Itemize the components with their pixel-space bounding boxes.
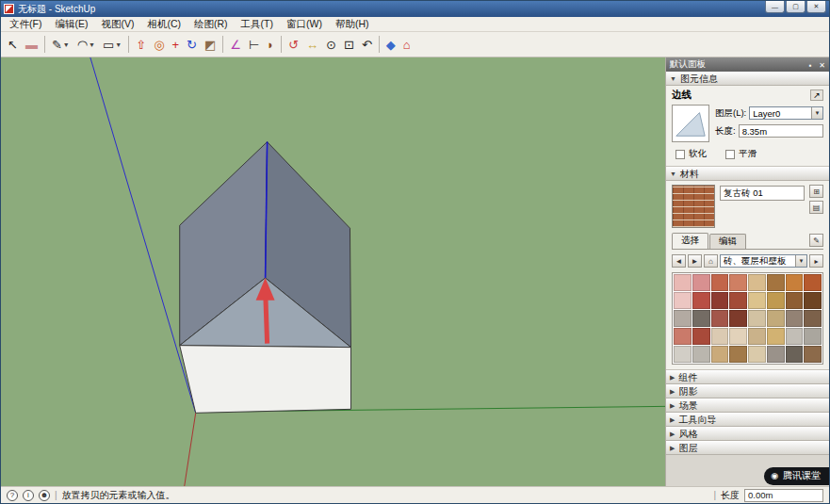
material-name-field[interactable]: 复古砖 01 xyxy=(720,186,805,201)
close-button[interactable]: ✕ xyxy=(806,1,826,13)
material-swatch-37[interactable] xyxy=(748,346,766,363)
material-swatch-31[interactable] xyxy=(786,328,804,345)
viewport-3d[interactable] xyxy=(1,57,665,486)
push-pull-tool[interactable]: ⇧ xyxy=(133,34,149,55)
help-icon[interactable]: ? xyxy=(7,490,18,501)
material-swatch-40[interactable] xyxy=(804,346,822,363)
material-swatch-28[interactable] xyxy=(729,328,747,345)
rotate-tool[interactable]: ↻ xyxy=(184,34,200,55)
material-swatch-20[interactable] xyxy=(729,310,747,327)
material-swatch-16[interactable] xyxy=(804,292,822,309)
panel-section-阴影[interactable]: ▶阴影 xyxy=(666,384,829,398)
get-models-tool[interactable]: ⌂ xyxy=(400,34,414,55)
material-swatch-4[interactable] xyxy=(729,274,747,291)
soften-checkbox-box[interactable] xyxy=(675,150,685,159)
details-arrow-button[interactable]: ▸ xyxy=(809,254,823,268)
rectangle-tool[interactable]: ▭▼ xyxy=(100,34,124,55)
material-swatch-3[interactable] xyxy=(711,274,729,291)
length-value-field[interactable]: 8.35m xyxy=(739,124,823,138)
user-icon[interactable]: ☻ xyxy=(39,490,50,501)
menu-item-3[interactable]: 视图(V) xyxy=(94,17,140,32)
material-swatch-27[interactable] xyxy=(711,328,729,345)
material-swatch-8[interactable] xyxy=(804,274,822,291)
material-swatch-36[interactable] xyxy=(729,346,747,363)
previous-view-tool[interactable]: ↶ xyxy=(359,34,375,55)
material-swatch-19[interactable] xyxy=(711,310,729,327)
tencent-classroom-badge[interactable]: ◉ 腾讯课堂 xyxy=(764,467,829,485)
dropdown-arrow-icon[interactable]: ▼ xyxy=(795,255,806,267)
tape-measure-tool[interactable]: ∠ xyxy=(227,34,244,55)
maximize-button[interactable]: ▢ xyxy=(786,1,806,13)
paint-bucket-tool[interactable]: ◗ xyxy=(264,34,277,55)
menu-item-2[interactable]: 编辑(E) xyxy=(48,17,94,32)
material-swatch-9[interactable] xyxy=(674,292,692,309)
minimize-button[interactable]: — xyxy=(765,1,785,13)
detach-icon[interactable]: ↗ xyxy=(810,89,823,101)
line-dropdown-arrow[interactable]: ▼ xyxy=(63,41,70,48)
material-swatch-33[interactable] xyxy=(674,346,692,363)
dimension-tool[interactable]: ⊢ xyxy=(246,34,262,55)
material-swatch-15[interactable] xyxy=(786,292,804,309)
material-swatch-32[interactable] xyxy=(804,328,822,345)
material-swatch-23[interactable] xyxy=(786,310,804,327)
soften-checkbox[interactable]: 软化 xyxy=(675,148,707,160)
material-swatch-10[interactable] xyxy=(692,292,710,309)
house-front-wall-face[interactable] xyxy=(180,346,351,414)
pan-tool[interactable]: ↔ xyxy=(303,34,321,55)
menu-item-4[interactable]: 相机(C) xyxy=(140,17,187,32)
layer-select[interactable]: Layer0 ▼ xyxy=(749,106,823,120)
material-swatch-1[interactable] xyxy=(674,274,692,291)
material-swatch-34[interactable] xyxy=(692,346,710,363)
material-swatch-11[interactable] xyxy=(711,292,729,309)
material-swatch-26[interactable] xyxy=(692,328,710,345)
material-swatch-5[interactable] xyxy=(748,274,766,291)
panel-section-工具向导[interactable]: ▶工具向导 xyxy=(666,413,829,427)
rectangle-dropdown-arrow[interactable]: ▼ xyxy=(115,41,122,48)
arc-dropdown-arrow[interactable]: ▼ xyxy=(89,41,95,48)
material-swatch-24[interactable] xyxy=(804,310,822,327)
material-category-select[interactable]: 砖、覆层和壁板 ▼ xyxy=(720,254,807,268)
model-info-tool[interactable]: ◆ xyxy=(383,34,399,55)
measurement-input[interactable]: 0.00m xyxy=(744,489,823,502)
select-tool[interactable]: ↖ xyxy=(5,34,21,55)
material-swatch-12[interactable] xyxy=(729,292,747,309)
material-swatch-21[interactable] xyxy=(748,310,766,327)
forward-button[interactable]: ► xyxy=(688,254,702,268)
panel-section-场景[interactable]: ▶场景 xyxy=(666,398,829,413)
materials-header[interactable]: ▼ 材料 xyxy=(666,167,829,181)
tab-select[interactable]: 选择 xyxy=(672,233,708,249)
move-tool[interactable]: + xyxy=(170,34,183,55)
material-swatch-7[interactable] xyxy=(786,274,804,291)
title-bar[interactable]: 无标题 - SketchUp — ▢ ✕ xyxy=(1,1,829,17)
menu-item-8[interactable]: 帮助(H) xyxy=(329,17,376,32)
arc-tool[interactable]: ◠▼ xyxy=(74,34,98,55)
smooth-checkbox[interactable]: 平滑 xyxy=(725,148,757,160)
material-swatch-2[interactable] xyxy=(692,274,710,291)
dropdown-arrow-icon[interactable]: ▼ xyxy=(811,107,822,119)
entity-info-header[interactable]: ▼ 图元信息 xyxy=(666,72,829,86)
material-swatch-29[interactable] xyxy=(748,328,766,345)
menu-item-7[interactable]: 窗口(W) xyxy=(280,17,329,32)
tray-header[interactable]: 默认面板 ▪ ✕ xyxy=(666,57,829,72)
tab-edit[interactable]: 编辑 xyxy=(709,234,746,249)
info-icon[interactable]: i xyxy=(23,490,34,501)
menu-item-6[interactable]: 工具(T) xyxy=(235,17,280,32)
menu-item-1[interactable]: 文件(F) xyxy=(3,17,48,32)
create-material-button[interactable]: ⊞ xyxy=(809,185,823,198)
tray-pin-icon[interactable]: ▪ xyxy=(809,61,812,70)
material-swatch-18[interactable] xyxy=(692,310,710,327)
material-swatch-17[interactable] xyxy=(674,310,692,327)
smooth-checkbox-box[interactable] xyxy=(725,150,735,159)
tray-close-icon[interactable]: ✕ xyxy=(819,61,825,70)
back-button[interactable]: ◄ xyxy=(672,254,686,268)
material-swatch-30[interactable] xyxy=(767,328,785,345)
sample-paint-button[interactable]: ✎ xyxy=(809,234,823,247)
current-material-preview[interactable] xyxy=(672,185,715,228)
home-button[interactable]: ⌂ xyxy=(704,254,718,268)
material-swatch-35[interactable] xyxy=(711,346,729,363)
material-swatch-22[interactable] xyxy=(767,310,785,327)
offset-tool[interactable]: ◎ xyxy=(151,34,167,55)
menu-item-5[interactable]: 绘图(R) xyxy=(187,17,235,32)
secondary-pane-button[interactable]: ▤ xyxy=(809,201,823,214)
material-swatch-38[interactable] xyxy=(767,346,785,363)
